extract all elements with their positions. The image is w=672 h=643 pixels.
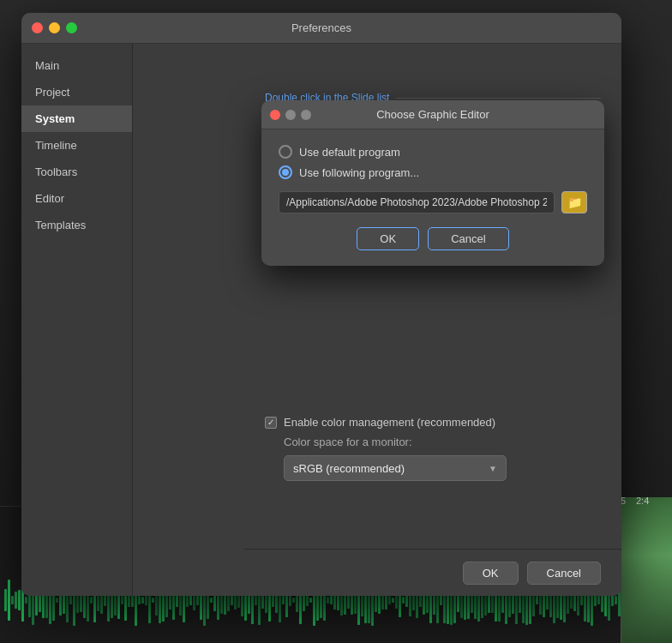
maximize-button[interactable]: [66, 22, 77, 33]
modal-body: Use default program Use following progra…: [261, 129, 604, 266]
sidebar-item-templates[interactable]: Templates: [21, 212, 132, 238]
sidebar: Main Project System Timeline Toolbars Ed…: [21, 44, 133, 596]
modal-titlebar-buttons: [270, 110, 311, 120]
timeline-time: 2:4: [636, 496, 649, 506]
sidebar-item-timeline[interactable]: Timeline: [21, 132, 132, 159]
photo-strip: [621, 497, 672, 643]
sidebar-item-system[interactable]: System: [21, 105, 132, 132]
radio-default-label: Use default program: [299, 146, 400, 159]
window-title: Preferences: [291, 21, 351, 34]
sidebar-item-toolbars[interactable]: Toolbars: [21, 159, 132, 185]
modal-ok-button[interactable]: OK: [357, 227, 419, 250]
radio-following-circle: [279, 165, 292, 179]
radio-following-item[interactable]: Use following program...: [279, 165, 587, 179]
path-input[interactable]: [279, 191, 555, 213]
modal-titlebar: Choose Graphic Editor: [261, 100, 604, 129]
radio-default-item[interactable]: Use default program: [279, 145, 587, 159]
cancel-button[interactable]: Cancel: [527, 562, 601, 585]
modal-actions: OK Cancel: [279, 227, 587, 250]
radio-following-label: Use following program...: [299, 166, 419, 179]
bottom-bar: OK Cancel: [244, 549, 621, 596]
folder-browse-button[interactable]: 📁: [561, 191, 587, 213]
radio-default-circle: [279, 145, 292, 159]
main-panel: Double click in the Slide list Show Slid…: [133, 44, 621, 596]
path-row: 📁: [279, 191, 587, 213]
titlebar-buttons: [32, 22, 77, 33]
radio-group: Use default program Use following progra…: [279, 145, 587, 179]
modal-max-button[interactable]: [301, 110, 311, 120]
preferences-window: Preferences Main Project System Timeline…: [21, 13, 621, 596]
modal-min-button[interactable]: [285, 110, 296, 120]
sidebar-item-main[interactable]: Main: [21, 52, 132, 79]
choose-graphic-editor-dialog: Choose Graphic Editor Use default progra…: [261, 100, 604, 266]
modal-title: Choose Graphic Editor: [376, 108, 489, 121]
minimize-button[interactable]: [49, 22, 60, 33]
sidebar-item-editor[interactable]: Editor: [21, 185, 132, 212]
modal-cancel-button[interactable]: Cancel: [428, 227, 508, 250]
window-body: Main Project System Timeline Toolbars Ed…: [21, 44, 621, 596]
folder-icon: 📁: [567, 195, 582, 209]
titlebar: Preferences: [21, 13, 621, 44]
close-button[interactable]: [32, 22, 43, 33]
modal-overlay: Choose Graphic Editor Use default progra…: [244, 75, 621, 596]
sidebar-item-project[interactable]: Project: [21, 79, 132, 105]
ok-button[interactable]: OK: [463, 562, 519, 585]
modal-close-button[interactable]: [270, 110, 280, 120]
